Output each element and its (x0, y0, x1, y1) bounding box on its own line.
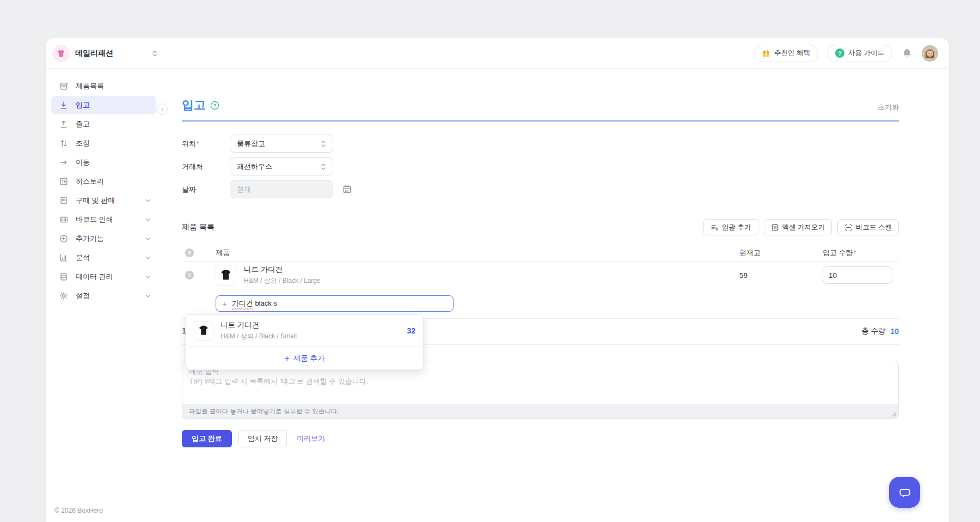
sidebar-item-stock-out[interactable]: 출고 (51, 115, 156, 133)
notification-bell-icon[interactable] (901, 47, 913, 59)
bulk-add-button[interactable]: 일괄 추가 (703, 219, 758, 235)
reset-link[interactable]: 초기화 (878, 102, 899, 113)
partner-select[interactable]: 패션하우스 (230, 157, 333, 175)
date-row: 날짜 (182, 180, 899, 198)
location-row: 위치* 물류창고 (182, 135, 899, 153)
plus-icon: + (284, 354, 289, 363)
move-arrow-icon (59, 157, 69, 167)
sidebar-item-adjust[interactable]: 조정 (51, 134, 156, 153)
sidebar-label: 출고 (76, 119, 152, 129)
select-caret-icon (320, 139, 327, 148)
sidebar: 제품목록 입고 출고 조정 이동 (46, 69, 162, 522)
workspace-switcher[interactable]: 데일리패션 (52, 45, 158, 62)
search-text: 가디건 black s (232, 299, 277, 308)
cardigan-image (196, 323, 211, 338)
remove-row-button[interactable] (185, 271, 194, 280)
plus-circle-icon (59, 234, 69, 244)
excel-import-label: 엑셀 가져오기 (782, 223, 825, 232)
sidebar-item-products[interactable]: 제품목록 (51, 77, 156, 95)
sidebar-collapse-button[interactable]: ‹ (157, 104, 168, 114)
page-help-icon[interactable]: ? (210, 101, 219, 110)
chevron-down-icon (144, 273, 152, 281)
sidebar-item-analytics[interactable]: 분석 (51, 248, 156, 267)
bar-chart-icon (59, 253, 69, 263)
page-title: 입고 (182, 97, 206, 113)
excel-icon (771, 223, 779, 232)
sidebar-label: 히스토리 (76, 177, 152, 186)
qty-input[interactable] (823, 266, 892, 284)
partner-value: 패션하우스 (237, 162, 272, 172)
clear-all-button[interactable] (185, 248, 194, 257)
app-card: 데일리패션 추천인 혜택 ? 사용 가이드 (46, 38, 949, 522)
resize-handle[interactable] (892, 412, 897, 417)
main-content: 입고 ? 초기화 위치* 물류창고 거래처 패션하우스 (162, 69, 949, 522)
sidebar-label: 설정 (76, 291, 137, 301)
add-product-label: 제품 추가 (293, 354, 325, 363)
blouse-icon (56, 48, 66, 58)
sidebar-label: 분석 (76, 253, 137, 263)
user-avatar[interactable] (922, 45, 938, 62)
topbar-right: 추천인 혜택 ? 사용 가이드 (754, 45, 938, 62)
partner-label: 거래처 (182, 162, 230, 172)
gear-icon (59, 291, 69, 301)
sidebar-item-data[interactable]: 데이터 관리 (51, 268, 156, 286)
chevron-down-icon (144, 235, 152, 242)
dropdown-product-item[interactable]: 니트 가디건 H&M / 상의 / Black / Small 32 (186, 315, 423, 347)
sidebar-label: 추가기능 (76, 234, 137, 244)
submit-stockin-button[interactable]: 입고 완료 (182, 430, 232, 447)
sidebar-label: 제품목록 (76, 81, 152, 91)
sidebar-item-barcode[interactable]: 바코드 인쇄 (51, 210, 156, 229)
location-label: 위치* (182, 139, 230, 149)
user-guide-button[interactable]: ? 사용 가이드 (827, 45, 892, 62)
sidebar-item-move[interactable]: 이동 (51, 153, 156, 172)
sidebar-item-addons[interactable]: 추가기능 (51, 229, 156, 248)
sidebar-item-trade[interactable]: 구매 및 판매 (51, 191, 156, 210)
sidebar-label: 이동 (76, 157, 152, 167)
cardigan-image (218, 267, 234, 283)
select-caret-icon (320, 162, 327, 171)
sidebar-item-settings[interactable]: 설정 (51, 287, 156, 305)
product-table: 제품 현재고 입고 수량* (182, 244, 899, 345)
column-qty: 입고 수량* (823, 248, 899, 258)
excel-import-button[interactable]: 엑셀 가져오기 (764, 219, 832, 235)
chevron-down-icon (144, 197, 152, 204)
partner-row: 거래처 패션하우스 (182, 157, 899, 175)
column-product: 제품 (216, 248, 739, 258)
product-section-title: 제품 목록 (182, 222, 215, 232)
attachment-hint: 파일을 끌어다 놓거나 붙여넣기로 첨부할 수 있습니다. (182, 404, 898, 418)
user-guide-label: 사용 가이드 (848, 48, 884, 58)
table-header: 제품 현재고 입고 수량* (182, 244, 899, 262)
sidebar-label: 바코드 인쇄 (76, 215, 137, 224)
barcode-scan-button[interactable]: 바코드 스캔 (837, 219, 899, 235)
product-attrs: H&M / 상의 / Black / Large (244, 276, 321, 286)
copyright-text: © 2026 BoxHero (54, 507, 103, 514)
save-draft-button[interactable]: 임시 저장 (238, 430, 287, 447)
dropdown-product-stock: 32 (407, 326, 415, 335)
workspace-name: 데일리패션 (75, 48, 113, 58)
sidebar-label: 조정 (76, 138, 152, 148)
sidebar-item-stock-in[interactable]: 입고 (51, 96, 156, 114)
stockin-form: 위치* 물류창고 거래처 패션하우스 날짜 (182, 135, 899, 198)
sidebar-label: 입고 (76, 100, 152, 110)
preview-link[interactable]: 미리보기 (297, 434, 325, 444)
product-row: 니트 가디건 H&M / 상의 / Black / Large 59 (182, 262, 899, 289)
chat-support-button[interactable] (889, 477, 920, 508)
date-input[interactable] (230, 180, 333, 198)
calendar-button[interactable] (341, 183, 353, 196)
sidebar-label: 구매 및 판매 (76, 196, 137, 205)
dropdown-product-name: 니트 가디건 (220, 320, 400, 330)
product-search-input[interactable]: + 가디건 black s (216, 295, 454, 312)
sidebar-label: 데이터 관리 (76, 272, 137, 282)
location-select[interactable]: 물류창고 (230, 135, 333, 153)
history-icon (59, 177, 69, 186)
plus-icon: + (222, 299, 227, 308)
product-thumbnail (194, 321, 213, 341)
add-product-button[interactable]: + 제품 추가 (186, 347, 423, 369)
workspace-logo (52, 45, 70, 62)
caret-updown-icon (151, 50, 158, 57)
chevron-down-icon (144, 216, 152, 223)
document-icon (59, 196, 69, 205)
sidebar-item-history[interactable]: 히스토리 (51, 172, 156, 191)
referral-benefit-button[interactable]: 추천인 혜택 (754, 45, 818, 62)
date-label: 날짜 (182, 185, 230, 195)
